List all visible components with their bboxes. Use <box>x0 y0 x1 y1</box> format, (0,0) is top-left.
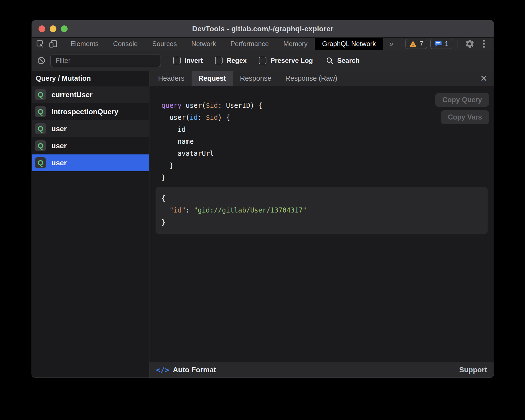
search-label: Search <box>337 57 359 65</box>
tab-memory[interactable]: Memory <box>276 38 315 50</box>
preserve-log-checkbox[interactable] <box>259 57 266 64</box>
panel-tabs: Elements Console Sources Network Perform… <box>63 38 383 50</box>
warning-count: 7 <box>419 40 423 48</box>
request-body: Copy Query Copy Vars query user($id: Use… <box>149 86 494 362</box>
support-link[interactable]: Support <box>459 366 487 374</box>
query-row-user-2[interactable]: Q user <box>32 137 149 154</box>
title-bar: DevTools - gitlab.com/-/graphql-explorer <box>32 20 494 37</box>
query-type-badge: Q <box>35 140 46 151</box>
tab-sources[interactable]: Sources <box>145 38 184 50</box>
invert-label: Invert <box>185 57 203 65</box>
tab-graphql-network[interactable]: GraphQL Network <box>315 38 383 50</box>
inspect-element-icon[interactable] <box>36 39 45 48</box>
query-sidebar: Query / Mutation Q currentUser Q Introsp… <box>32 71 149 378</box>
toolbar-divider <box>61 40 61 48</box>
close-detail-icon[interactable]: × <box>474 71 494 86</box>
filter-input[interactable] <box>50 54 161 67</box>
zoom-window-button[interactable] <box>61 25 68 32</box>
invert-checkbox[interactable] <box>173 57 181 64</box>
query-type-badge: Q <box>35 123 46 134</box>
tab-request[interactable]: Request <box>192 71 233 86</box>
copy-query-button[interactable]: Copy Query <box>435 93 489 107</box>
devtools-tab-bar: Elements Console Sources Network Perform… <box>32 37 494 50</box>
tab-console[interactable]: Console <box>106 38 145 50</box>
regex-checkbox-group: Regex <box>215 57 247 65</box>
toolbar-icons <box>36 38 60 50</box>
issues-badge[interactable]: 1 <box>430 39 452 49</box>
detail-pane: Headers Request Response Response (Raw) … <box>149 71 494 378</box>
badge-divider <box>457 40 457 48</box>
tab-performance[interactable]: Performance <box>223 38 276 50</box>
more-tabs-chevron-icon[interactable]: » <box>383 38 400 50</box>
preserve-log-checkbox-group: Preserve Log <box>259 57 313 65</box>
regex-checkbox[interactable] <box>215 57 223 64</box>
warnings-badge[interactable]: 7 <box>405 39 427 49</box>
message-bubble-icon <box>434 40 442 48</box>
sidebar-header: Query / Mutation <box>32 71 149 86</box>
detail-footer: </> Auto Format Support <box>149 362 494 378</box>
query-type-badge: Q <box>35 157 46 168</box>
query-row-currentuser[interactable]: Q currentUser <box>32 86 149 103</box>
query-list: Q currentUser Q IntrospectionQuery Q use… <box>32 86 149 378</box>
query-row-user-1[interactable]: Q user <box>32 120 149 137</box>
window-title: DevTools - gitlab.com/-/graphql-explorer <box>192 25 333 33</box>
tab-headers[interactable]: Headers <box>151 71 192 86</box>
warning-icon <box>409 40 417 48</box>
more-options-menu-icon[interactable] <box>480 40 488 48</box>
query-row-introspectionquery[interactable]: Q IntrospectionQuery <box>32 103 149 120</box>
detail-tab-bar: Headers Request Response Response (Raw) … <box>149 71 494 86</box>
filter-bar: Invert Regex Preserve Log Search <box>32 50 494 71</box>
traffic-lights <box>39 20 68 37</box>
tab-elements[interactable]: Elements <box>63 38 106 50</box>
block-clear-icon[interactable] <box>37 56 46 65</box>
regex-label: Regex <box>226 57 247 65</box>
code-brackets-icon: </> <box>156 366 169 374</box>
issues-count: 1 <box>445 40 448 48</box>
preserve-log-label: Preserve Log <box>270 57 313 65</box>
search-icon <box>326 56 334 65</box>
auto-format-button[interactable]: </> Auto Format <box>156 366 216 374</box>
query-type-badge: Q <box>35 106 46 117</box>
copy-buttons: Copy Query Copy Vars <box>435 93 489 124</box>
request-variables-box: { "id": "gid://gitlab/User/13704317"} <box>156 187 488 234</box>
query-row-user-3-selected[interactable]: Q user <box>32 154 149 171</box>
status-badges: 7 1 <box>405 38 494 50</box>
minimize-window-button[interactable] <box>50 25 56 32</box>
search-control[interactable]: Search <box>326 56 359 65</box>
query-type-badge: Q <box>35 89 46 100</box>
tab-response-raw[interactable]: Response (Raw) <box>278 71 344 86</box>
device-toolbar-icon[interactable] <box>49 39 58 48</box>
tab-response[interactable]: Response <box>233 71 278 86</box>
invert-checkbox-group: Invert <box>173 57 203 65</box>
settings-gear-icon[interactable] <box>462 39 477 49</box>
devtools-window: DevTools - gitlab.com/-/graphql-explorer… <box>32 20 494 378</box>
close-window-button[interactable] <box>39 25 45 32</box>
tab-network[interactable]: Network <box>184 38 223 50</box>
copy-vars-button[interactable]: Copy Vars <box>441 110 489 124</box>
